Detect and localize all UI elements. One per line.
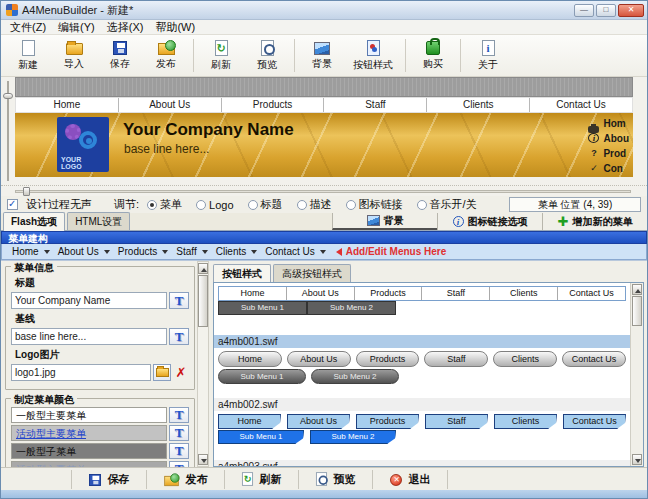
side-link-about[interactable]: i Abou [588, 131, 629, 145]
scroll-up-arrow[interactable] [632, 284, 642, 295]
adjust-radio[interactable]: 标题 [248, 197, 283, 212]
style-preview-3[interactable]: HomeAbout UsProductsStaffClientsContact … [214, 411, 630, 460]
new-button[interactable]: 新建 [5, 36, 51, 75]
logo-image[interactable]: Your Logo [57, 117, 109, 172]
banner-preview[interactable]: Your Logo Your Company Name base line he… [15, 113, 633, 177]
vertical-position-slider[interactable] [1, 77, 15, 185]
style-preview-1[interactable]: HomeAbout UsProductsStaffClientsContact … [214, 283, 630, 335]
background-action-button[interactable]: 背景 [332, 213, 437, 230]
style-file-2[interactable]: a4mb002.swf [214, 398, 630, 411]
company-name-text[interactable]: Your Company Name [123, 120, 294, 140]
tab-html-settings[interactable]: HTML设置 [67, 212, 130, 230]
dropdown-caret-icon[interactable] [44, 250, 50, 254]
icon-link-options-button[interactable]: i 图标链接选项 [437, 213, 542, 230]
buy-button[interactable]: 购买 [410, 36, 456, 75]
scroll-thumb[interactable] [632, 296, 642, 326]
refresh-button[interactable]: 刷新 [198, 36, 244, 75]
tab-advanced-button-style[interactable]: 高级按钮样式 [273, 264, 351, 282]
save-button[interactable]: 保存 [97, 36, 143, 75]
slider-thumb[interactable] [23, 187, 30, 196]
color-row-active-main[interactable]: 活动型主要菜单 [11, 425, 167, 441]
menu-bar-item[interactable]: 帮助(W) [150, 19, 200, 36]
preview-menu-item[interactable]: Home [16, 98, 118, 112]
style-preview-2[interactable]: HomeAbout UsProductsStaffClientsContact … [214, 348, 630, 398]
background-button[interactable]: 背景 [299, 36, 345, 75]
logo-browse-button[interactable] [153, 364, 171, 381]
left-panel-scrollbar[interactable] [197, 261, 209, 467]
menu-bar-item[interactable]: 选择(X) [102, 19, 149, 36]
side-link-contact[interactable]: ✓ Con [588, 161, 629, 175]
title-font-button[interactable]: T [169, 292, 189, 309]
adjust-radio[interactable]: 音乐开/关 [417, 197, 477, 212]
bottom-publish-button[interactable]: 发布 [146, 470, 224, 489]
baseline-input[interactable] [11, 328, 167, 345]
adjust-radio[interactable]: 菜单 [147, 197, 182, 212]
horizontal-position-slider[interactable] [1, 185, 647, 196]
scroll-thumb[interactable] [198, 275, 208, 327]
menu-bar-item[interactable]: 编辑(Y) [53, 19, 100, 36]
baseline-font-button[interactable]: T [169, 328, 189, 345]
add-menu-button[interactable]: ✚ 增加新的菜单 [542, 213, 647, 230]
color-row-active-sub[interactable]: 活动型主要菜单 [11, 461, 167, 467]
title-input[interactable] [11, 292, 167, 309]
preview-menu-item[interactable]: About Us [118, 98, 221, 112]
logo-input[interactable] [11, 364, 151, 381]
color-font-button[interactable]: T [169, 461, 189, 467]
side-link-home[interactable]: Hom [588, 116, 629, 130]
dropdown-caret-icon[interactable] [162, 250, 168, 254]
adjust-radio[interactable]: 描述 [297, 197, 332, 212]
style3-button: Home [218, 414, 281, 429]
scroll-up-arrow[interactable] [198, 263, 208, 274]
option-tabs-row: Flash选项 HTML设置 背景 i 图标链接选项 ✚ 增加新的菜单 [1, 213, 647, 231]
publish-button[interactable]: 发布 [143, 36, 189, 75]
adjust-radio[interactable]: Logo [196, 199, 233, 211]
tab-flash-options[interactable]: Flash选项 [3, 212, 65, 231]
menu-builder-item[interactable]: Contact Us [261, 246, 329, 257]
side-link-products[interactable]: ? Prod [588, 146, 629, 160]
maximize-button[interactable]: □ [596, 4, 616, 17]
color-row-normal-sub[interactable]: 一般型子菜单 [11, 443, 167, 459]
color-font-button[interactable]: T [169, 443, 189, 459]
base-line-text[interactable]: base line here... [124, 142, 209, 156]
dropdown-caret-icon[interactable] [104, 250, 110, 254]
minimize-button[interactable]: — [574, 4, 594, 17]
menu-bar-item[interactable]: 文件(Z) [5, 19, 51, 36]
color-font-button[interactable]: T [169, 407, 189, 423]
bottom-refresh-button[interactable]: 刷新 [224, 470, 298, 489]
menu-builder-item[interactable]: Products [114, 246, 172, 257]
bottom-save-button[interactable]: 保存 [71, 470, 146, 489]
about-button[interactable]: 关于 [465, 36, 511, 75]
logo-remove-button[interactable]: ✗ [173, 364, 189, 381]
menu-builder-item[interactable]: Clients [212, 246, 262, 257]
style-file-1[interactable]: a4mb001.swf [214, 335, 630, 348]
color-font-button[interactable]: T [169, 425, 189, 441]
style-list-scrollbar[interactable] [630, 283, 643, 466]
bottom-exit-button[interactable]: 退出 [372, 470, 448, 489]
preview-menu-item[interactable]: Products [221, 98, 324, 112]
dropdown-caret-icon[interactable] [320, 250, 326, 254]
import-button[interactable]: 导入 [51, 36, 97, 75]
mute-checkbox[interactable] [7, 199, 18, 210]
slider-thumb[interactable] [3, 93, 13, 99]
preview-menu-item[interactable]: Contact Us [529, 98, 632, 112]
style-file-3[interactable]: a4mb003.swf [214, 460, 630, 467]
background-icon [314, 42, 330, 55]
tab-button-style[interactable]: 按钮样式 [213, 264, 271, 282]
scroll-down-arrow[interactable] [198, 454, 208, 465]
adjust-controls-row: 设计过程无声 调节: 菜单 Logo 标题 描述 图标链接 音乐开/关 菜单 位… [1, 196, 647, 213]
dropdown-caret-icon[interactable] [251, 250, 257, 254]
menu-builder-item[interactable]: Home [8, 246, 54, 257]
button-style-button[interactable]: 按钮样式 [345, 36, 401, 75]
preview-menu-item[interactable]: Clients [426, 98, 529, 112]
adjust-radio[interactable]: 图标链接 [346, 197, 403, 212]
menu-builder-item[interactable]: Staff [172, 246, 211, 257]
color-row-normal-main[interactable]: 一般型主要菜单 [11, 407, 167, 423]
preview-menu-item[interactable]: Staff [323, 98, 426, 112]
preview-button[interactable]: 预览 [244, 36, 290, 75]
dropdown-caret-icon[interactable] [202, 250, 208, 254]
scroll-down-arrow[interactable] [632, 454, 642, 465]
font-icon: T [175, 425, 184, 441]
menu-builder-item[interactable]: About Us [54, 246, 114, 257]
close-button[interactable]: ✕ [618, 4, 644, 17]
bottom-preview-button[interactable]: 预览 [298, 470, 372, 489]
